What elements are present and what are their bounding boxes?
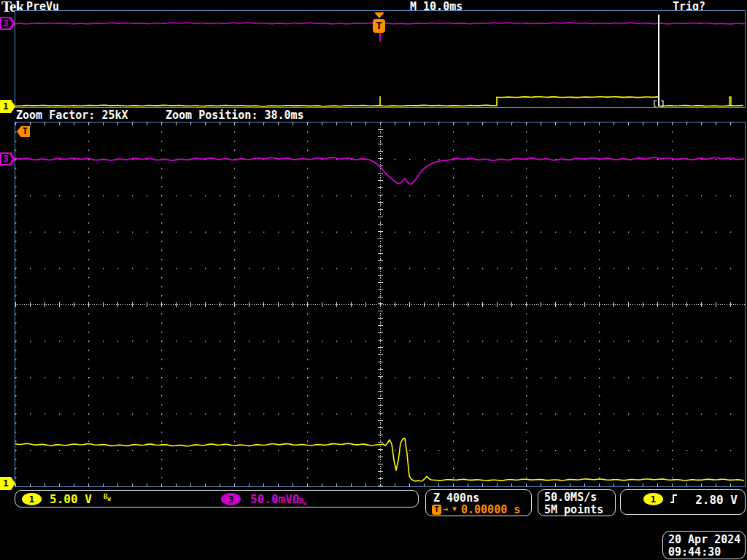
ch1-trace-overview [15, 97, 743, 106]
zoom-waveform-window [15, 122, 746, 487]
trigger-source-badge: 1 [643, 493, 663, 505]
ch1-bandwidth-icon: BW [104, 493, 111, 502]
ch1-trace-zoom [15, 438, 744, 481]
overview-ch1-marker[interactable]: 1 [0, 100, 15, 113]
ch1-vertical-scale: 5.00 V [50, 492, 92, 506]
ch3-vertical-scale: 50.0mVΩBW [250, 492, 306, 507]
overview-ch3-marker[interactable]: 3 [0, 17, 15, 30]
record-length-readout: 5M points [544, 503, 603, 516]
zoom-timebase-box[interactable]: Z 400ns T → ▼ 0.00000 s [425, 489, 532, 516]
acquisition-box[interactable]: 50.0MS/s 5M points [538, 489, 616, 516]
trigger-position-marker[interactable]: T [373, 19, 385, 33]
ch3-trace-zoom [15, 158, 744, 184]
ch1-spike [729, 97, 731, 106]
ch3-bandwidth-icon: BW [299, 497, 306, 505]
sample-rate-readout: 50.0MS/s [544, 491, 597, 504]
trigger-position-stem [379, 33, 381, 42]
datetime-box: 20 Apr 2024 09:44:30 [662, 531, 746, 559]
ch3-badge[interactable]: 3 [221, 493, 241, 505]
zoom-ch3-marker[interactable]: 3 [0, 152, 15, 166]
zoom-position-readout: Zoom Position: 38.0ms [166, 109, 304, 122]
marker-label: 3 [3, 153, 9, 164]
zoom-window-bracket-left [654, 101, 657, 106]
marker-label: 1 [3, 101, 9, 112]
trigger-level-readout: 2.80 V [695, 493, 738, 507]
marker-label: 1 [3, 478, 9, 489]
rising-edge-icon [669, 493, 681, 505]
trigger-position-arrow-icon[interactable] [374, 12, 384, 18]
ch1-badge[interactable]: 1 [22, 493, 42, 505]
trigger-settings-box[interactable]: 1 2.80 V [620, 489, 746, 515]
date-readout: 20 Apr 2024 [668, 533, 740, 546]
time-readout: 09:44:30 [668, 545, 721, 559]
zoom-ch1-marker[interactable]: 1 [0, 477, 15, 490]
zoom-factor-readout: Zoom Factor: 25kX [16, 109, 128, 122]
zoom-waveforms [15, 122, 745, 486]
marker-down-icon: ▼ [452, 505, 457, 513]
marker-label: 3 [3, 18, 9, 28]
arrow-right-icon: → [443, 504, 448, 514]
trigger-chip-icon: T [432, 505, 441, 515]
trigger-time-readout: 0.00000 s [461, 503, 520, 516]
oscilloscope-screen: { "header": { "brand": "Tek", "mode": "P… [0, 0, 747, 560]
channel-readout-box[interactable]: 1 5.00 V BW 3 50.0mVΩBW [15, 490, 419, 508]
